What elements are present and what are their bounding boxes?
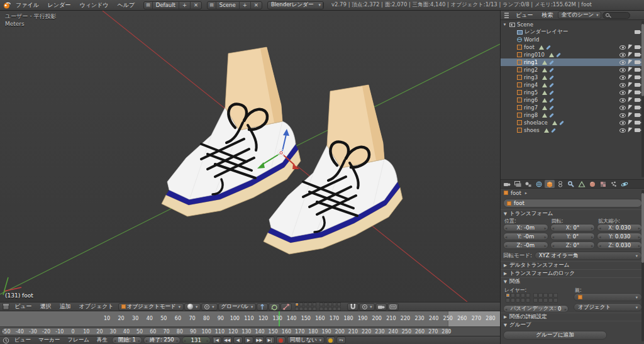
tab-render[interactable] [502,180,512,188]
tab-object-data[interactable] [577,180,587,188]
opengl-render-still-button[interactable] [375,303,387,311]
manipulator-translate-button[interactable] [257,303,268,311]
layer-cell[interactable] [521,298,525,302]
scene-name[interactable]: Scene [216,2,239,9]
outliner-row[interactable]: ring010 [501,51,641,58]
outliner-item-label[interactable]: レンダーレイヤー [525,28,568,36]
viewport-shading-dropdown[interactable]: ▾ [184,303,201,311]
layer-cell[interactable] [538,298,543,302]
visibility-eye-icon[interactable] [619,91,626,95]
menu-view3d-add[interactable]: 追加 [55,302,74,311]
visibility-eye-icon[interactable] [619,83,626,87]
play-button[interactable]: ▶ [244,336,253,344]
outliner-scrollbar[interactable] [641,21,644,177]
outliner-row[interactable]: ring5 [501,89,641,96]
menu-render[interactable]: レンダー [44,1,75,9]
keying-set-button[interactable] [326,336,335,344]
outliner-item-label[interactable]: foot [524,44,535,50]
selectability-arrow-icon[interactable] [628,82,632,88]
renderability-camera-icon[interactable] [635,113,640,117]
rotation-y-field[interactable]: ◂Y:0°▸ [550,233,596,240]
next-keyframe-button[interactable]: ▶▶ [255,336,264,344]
outliner-item-label[interactable]: ring2 [524,67,538,73]
scale-z-field[interactable]: ◂Z:0.030▸ [597,241,642,249]
location-z-field[interactable]: ◂Z:-0m▸ [503,241,548,249]
panel-delta-transform-header[interactable]: ▶デルタトランスフォーム [501,261,644,269]
outliner-row[interactable]: World [501,36,641,43]
pass-index-field[interactable]: ◂ パスインデックス: 0 ▸ [503,305,569,313]
layer-cell[interactable] [526,293,530,297]
layer-cell[interactable] [304,307,308,311]
scale-y-field[interactable]: ◂Y:0.030▸ [597,233,642,240]
renderability-camera-icon[interactable] [635,60,640,64]
tab-constraints[interactable] [555,180,565,188]
selectability-arrow-icon[interactable] [628,120,632,126]
outliner-item-label[interactable]: shoelace [524,119,548,126]
layer-cell[interactable] [543,293,548,297]
menu-timeline-view[interactable]: ビュー [11,336,34,344]
layer-cell[interactable] [337,307,341,311]
snap-toggle-button[interactable] [347,303,358,311]
render-engine-dropdown[interactable]: Blenderレンダー ▾ [267,1,324,9]
renderability-camera-icon[interactable] [635,83,640,87]
menu-timeline-frame[interactable]: フレーム [64,336,92,344]
current-frame-field[interactable]: ◂131▸ [182,336,211,344]
outliner-row[interactable]: ▾ Scene [501,21,641,28]
outliner-item-label[interactable]: ring7 [524,104,538,111]
renderability-camera-icon[interactable] [635,53,640,57]
layout-browse-icon[interactable]: ▤ [144,2,153,9]
layer-cell[interactable] [511,293,515,297]
layer-cell[interactable] [538,293,543,297]
pivot-center-dropdown[interactable]: ▾ [201,303,217,311]
visibility-eye-icon[interactable] [619,121,626,125]
outliner-row[interactable]: foot [501,43,641,51]
insert-keyframe-button[interactable]: 🗝 [336,336,346,344]
properties-scrollbar[interactable] [641,190,644,341]
tab-modifiers[interactable] [566,180,576,188]
layer-cell[interactable] [299,302,303,306]
visibility-eye-icon[interactable] [619,98,626,103]
outliner-item-label[interactable]: ring5 [524,89,538,96]
panel-transform-header[interactable]: ▼トランスフォーム [501,209,644,218]
selectability-arrow-icon[interactable] [628,52,632,58]
rotation-mode-dropdown[interactable]: XYZ オイラー角 ▾ [535,252,642,260]
visibility-eye-icon[interactable] [619,128,626,133]
viewport-3d[interactable]: ユーザー・平行投影 Meters (131) foot [0,11,500,302]
renderability-camera-icon[interactable] [635,75,640,79]
selectability-arrow-icon[interactable] [628,128,632,133]
renderability-camera-icon[interactable] [635,45,640,49]
menu-window[interactable]: ウィンドウ [75,1,112,9]
outliner-item-label[interactable]: ring3 [524,74,538,80]
parent-object-selector[interactable]: ▾ [574,293,642,301]
outliner-item-label[interactable]: ring4 [524,82,538,88]
tab-object[interactable] [545,180,555,188]
renderability-camera-icon[interactable] [635,68,640,72]
visibility-eye-icon[interactable] [619,75,626,80]
location-y-field[interactable]: ◂Y:-0m▸ [503,233,548,240]
screen-layout-selector[interactable]: ▤ Default + ✕ [143,1,202,9]
scale-x-field[interactable]: ◂X:0.030▸ [597,224,642,231]
layer-cell[interactable] [295,307,299,311]
expander-icon[interactable]: ▾ [502,22,508,27]
layer-cell[interactable] [333,307,336,311]
outliner-item-label[interactable]: ring1 [524,59,538,65]
panel-relations-header[interactable]: ▼関係 [501,277,644,286]
layout-delete-button[interactable]: ✕ [190,2,201,9]
outliner-row[interactable]: shoelace [501,119,641,126]
layer-cell[interactable] [313,302,316,306]
outliner-row[interactable]: shoes [501,126,641,134]
layer-cell[interactable] [548,293,553,297]
frame-end-field[interactable]: ◂終了: 250▸ [143,336,180,344]
renderability-camera-icon[interactable] [635,91,640,94]
selectability-arrow-icon[interactable] [628,97,632,103]
selectability-arrow-icon[interactable] [628,60,632,65]
menu-view3d-select[interactable]: 選択 [36,302,55,311]
tab-particles[interactable] [609,180,619,188]
layer-cell[interactable] [304,302,308,306]
panel-relations-extras-header[interactable]: ▶関係の詳細設定 [501,313,644,321]
layer-cell[interactable] [313,307,316,311]
breadcrumb-label[interactable]: foot [511,190,521,196]
menu-outliner-search[interactable]: 検索 [538,11,557,19]
rotation-z-field[interactable]: ◂Z:0°▸ [550,241,596,249]
tab-scene[interactable] [523,180,533,188]
